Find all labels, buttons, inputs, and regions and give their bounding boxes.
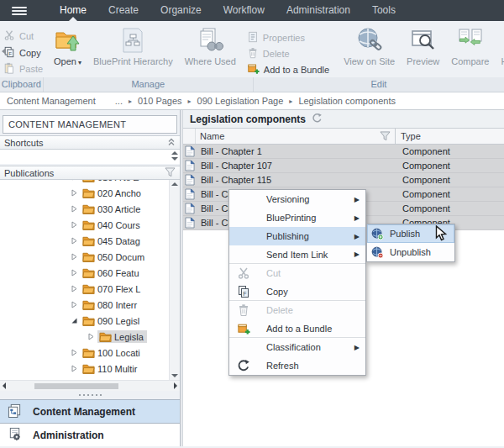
- context-menu-item[interactable]: Versioning ▶: [229, 190, 365, 208]
- table-row[interactable]: Bill - Chapter 1 Component: [183, 145, 504, 159]
- tree-item[interactable]: Legisla: [0, 329, 180, 345]
- collapse-chevrons-icon[interactable]: [167, 138, 176, 148]
- tree-item[interactable]: 080 Interr: [0, 297, 180, 313]
- expander-icon[interactable]: [71, 301, 80, 308]
- properties-button[interactable]: Properties: [244, 30, 333, 46]
- icon-column-header[interactable]: [183, 129, 196, 144]
- refresh-icon[interactable]: [312, 113, 323, 126]
- ribbon-collapse-icon[interactable]: [2, 48, 6, 55]
- tree-item[interactable]: 060 Featu: [0, 265, 180, 281]
- preview-button[interactable]: Preview: [401, 24, 445, 77]
- tree-item-label: 050 Docum: [97, 252, 144, 262]
- tree-vertical-scrollbar[interactable]: [169, 180, 180, 380]
- expander-icon[interactable]: [71, 285, 80, 293]
- expander-icon[interactable]: [71, 349, 80, 356]
- context-menu-item[interactable]: Classification ▶: [229, 338, 365, 356]
- tree-item[interactable]: 120 Perso: [0, 377, 180, 380]
- clipboard-group: Cut F Copy Paste: [0, 21, 45, 77]
- context-menu-item[interactable]: BluePrinting ▶: [229, 208, 365, 227]
- context-menu-item[interactable]: Cut ▶: [229, 264, 365, 282]
- tree-item[interactable]: 070 Flex L: [0, 281, 180, 297]
- history-button[interactable]: History: [495, 24, 504, 77]
- compare-button[interactable]: Compare: [445, 24, 495, 77]
- menubar-item[interactable]: Organize: [150, 0, 213, 21]
- folder-icon: [82, 235, 95, 246]
- expander-icon[interactable]: [87, 333, 97, 340]
- name-column-header[interactable]: Name: [196, 129, 395, 144]
- expander-icon[interactable]: [71, 180, 80, 181]
- menubar-item[interactable]: Tools: [361, 0, 407, 21]
- expander-icon[interactable]: [71, 221, 80, 229]
- expander-icon[interactable]: [71, 189, 80, 197]
- view-on-site-button[interactable]: View on Site: [338, 24, 401, 77]
- scroll-down-icon[interactable]: [171, 374, 178, 377]
- expander-icon[interactable]: [71, 269, 80, 277]
- context-menu-item[interactable]: F Copy ▶: [229, 282, 365, 301]
- context-menu-item[interactable]: Refresh ▶: [229, 356, 365, 375]
- menubar-item[interactable]: Home: [49, 0, 97, 21]
- table-row[interactable]: Bill - Chapter 107 Component: [183, 159, 504, 173]
- scroll-up-icon[interactable]: [171, 182, 178, 186]
- expander-icon[interactable]: [71, 237, 80, 245]
- add-to-bundle-button[interactable]: Add to a Bundle: [244, 61, 333, 77]
- menubar-item[interactable]: Create: [97, 0, 150, 21]
- expander-icon[interactable]: [71, 253, 80, 261]
- tree-item[interactable]: 045 Datag: [0, 233, 180, 249]
- scrollbar-thumb[interactable]: [34, 383, 118, 389]
- where-used-button[interactable]: Where Used: [179, 24, 242, 77]
- nav-content-management[interactable]: Content Management: [0, 399, 180, 423]
- blueprint-hierarchy-button[interactable]: BluePrint Hierarchy: [87, 24, 179, 77]
- table-row[interactable]: Bill - Chapter 115 Component: [183, 173, 504, 187]
- breadcrumb-item[interactable]: 010 Pages: [138, 96, 182, 106]
- open-button[interactable]: Open▾: [48, 24, 87, 77]
- breadcrumb-item[interactable]: Legislation components: [298, 96, 396, 106]
- paste-button[interactable]: Paste: [0, 61, 45, 77]
- submenu-item[interactable]: Publish: [367, 224, 454, 243]
- folder-icon: [82, 267, 95, 278]
- breadcrumb-collapsed[interactable]: ...: [115, 96, 123, 106]
- shortcuts-scroll-arrows[interactable]: [171, 151, 178, 161]
- context-menu-item[interactable]: Delete ▶: [229, 301, 365, 319]
- shortcuts-section-header[interactable]: Shortcuts: [0, 135, 180, 150]
- clipboard-group-label: Clipboard: [0, 77, 44, 92]
- submenu-item[interactable]: Unpublish: [367, 243, 454, 261]
- expander-icon[interactable]: [71, 205, 80, 213]
- tree-item[interactable]: 030 Article: [0, 201, 180, 217]
- shortcuts-list[interactable]: [0, 150, 180, 164]
- copy-icon: F: [237, 285, 250, 298]
- panel-splitter-handle[interactable]: [0, 391, 180, 399]
- delete-button[interactable]: Delete: [244, 46, 333, 62]
- breadcrumb-root[interactable]: Content Management: [7, 96, 96, 106]
- context-menu-item[interactable]: Publishing ▶: [229, 227, 365, 245]
- tree-item[interactable]: 040 Cours: [0, 217, 180, 233]
- cut-button[interactable]: Cut: [0, 28, 45, 45]
- type-column-header[interactable]: Type: [395, 129, 504, 144]
- component-icon: [185, 217, 197, 229]
- hamburger-menu-icon[interactable]: [12, 5, 27, 17]
- tree-item[interactable]: 050 Docum: [0, 249, 180, 265]
- tree-item[interactable]: 090 Legisl: [0, 313, 180, 329]
- expander-icon[interactable]: [71, 365, 80, 372]
- publications-section-header[interactable]: Publications: [0, 166, 180, 180]
- tree-item[interactable]: 100 Locati: [0, 345, 180, 361]
- tree-item[interactable]: 020 Ancho: [0, 185, 180, 201]
- context-menu-item[interactable]: Send Item Link ▶: [229, 245, 365, 264]
- tree-horizontal-scrollbar[interactable]: [0, 380, 180, 391]
- folder-icon: [82, 180, 95, 182]
- nav-administration[interactable]: Administration: [0, 423, 180, 446]
- row-type: Component: [396, 189, 504, 199]
- breadcrumb-item[interactable]: 090 Legislation Page: [197, 96, 284, 106]
- context-menu-item[interactable]: Add to a Bundle ▶: [229, 319, 365, 338]
- scroll-left-icon[interactable]: [3, 382, 6, 389]
- submenu-arrow-icon: ▶: [354, 214, 360, 222]
- scroll-right-icon[interactable]: [174, 382, 177, 389]
- copy-button[interactable]: F Copy: [0, 45, 45, 61]
- menubar-item[interactable]: Administration: [276, 0, 361, 21]
- filter-funnel-icon[interactable]: [165, 167, 176, 179]
- menubar-item[interactable]: Workflow: [213, 0, 276, 21]
- tree-item[interactable]: 110 Multir: [0, 361, 180, 377]
- list-title: Legislation components: [190, 113, 306, 125]
- expander-icon[interactable]: [71, 317, 80, 324]
- filter-funnel-icon[interactable]: [380, 131, 391, 141]
- row-name: Bill - Chapter 115: [197, 175, 396, 185]
